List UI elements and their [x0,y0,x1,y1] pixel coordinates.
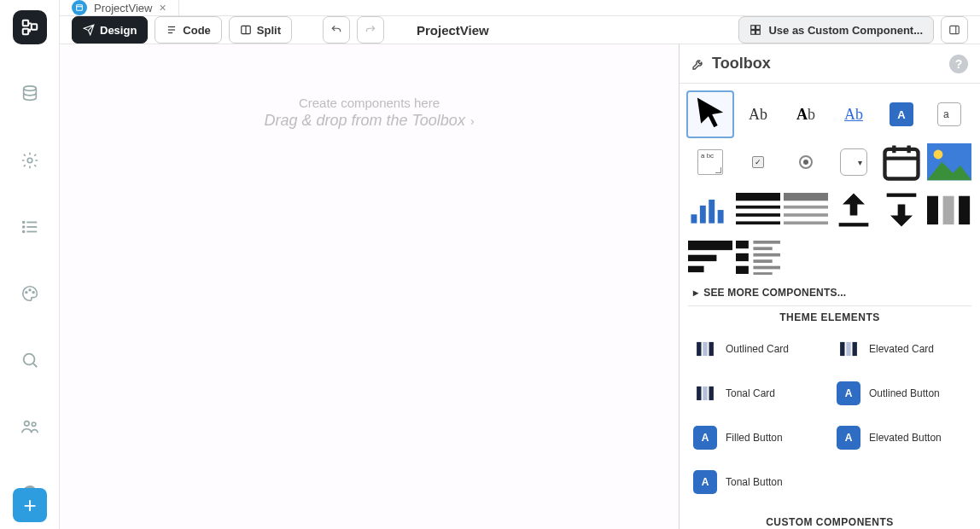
upload-icon [831,188,876,232]
svg-rect-67 [753,265,780,269]
users-icon [20,417,39,436]
rail-theme-icon[interactable] [13,276,47,311]
rail-app-icon[interactable] [13,10,47,44]
svg-rect-63 [736,253,749,260]
component-image[interactable] [927,140,971,184]
theme-elevated-card[interactable]: Elevated Card [833,330,970,368]
svg-rect-49 [784,205,828,208]
form-icon [72,0,87,15]
component-datepicker[interactable] [879,140,924,184]
component-label[interactable]: Ab [736,92,780,137]
component-button[interactable]: A [879,92,924,137]
design-canvas[interactable]: Create components here Drag & drop from … [60,44,680,529]
rail-add-button[interactable]: + [13,488,47,522]
svg-point-11 [25,292,26,294]
component-panel[interactable] [688,235,732,280]
component-link[interactable]: Ab [831,92,876,137]
component-checkbox[interactable] [736,140,780,184]
theme-filled-button[interactable]: A Filled Button [690,419,826,456]
toolbox-help-icon[interactable]: ? [949,55,968,73]
theme-outlined-button[interactable]: A Outlined Button [833,375,970,412]
svg-rect-44 [736,193,780,201]
chart-icon [688,194,732,226]
paper-plane-icon [83,24,95,36]
svg-rect-60 [736,241,749,248]
component-repeating-panel[interactable] [736,235,780,280]
svg-rect-42 [709,200,715,224]
component-columns[interactable] [927,188,971,232]
svg-rect-46 [736,213,780,217]
theme-elevated-button[interactable]: A Elevated Button [833,419,970,456]
toolbox-theme-grid: Outlined Card Elevated Card Tonal Card A [688,327,971,503]
component-plot[interactable] [688,188,732,232]
tab-title: ProjectView [94,2,152,15]
component-dropdown[interactable] [831,140,876,184]
redo-button[interactable] [357,16,384,44]
undo-icon [330,24,342,36]
theme-outlined-card[interactable]: Outlined Card [690,330,826,368]
svg-rect-58 [688,254,716,260]
theme-tonal-card[interactable]: Tonal Card [690,375,826,412]
split-icon [240,24,252,36]
svg-rect-62 [753,247,772,250]
svg-rect-66 [736,265,749,273]
download-icon [879,188,924,232]
component-textbox[interactable]: a [927,92,971,137]
view-code-button[interactable]: Code [155,16,222,44]
component-label-bold[interactable]: Ab [784,92,828,137]
svg-rect-69 [697,342,701,356]
svg-rect-54 [927,195,938,224]
panel-right-icon [948,24,960,36]
svg-rect-48 [784,193,828,201]
tab-projectview[interactable]: ProjectView × [60,0,179,15]
calendar-icon [879,140,924,184]
tab-close-icon[interactable]: × [159,1,166,15]
svg-rect-45 [736,205,780,208]
card-icon [693,381,717,405]
rail-list-icon[interactable] [13,210,47,244]
card-icon [837,337,860,361]
view-split-button[interactable]: Split [229,16,292,44]
toggle-panel-button[interactable] [941,16,968,44]
toolbox-see-more[interactable]: ▸ SEE MORE COMPONENTS... [688,280,971,306]
search-icon [20,351,39,369]
view-design-button[interactable]: Design [72,16,148,44]
svg-point-10 [22,231,24,233]
svg-rect-43 [718,210,724,224]
theme-tonal-button[interactable]: A Tonal Button [690,463,826,501]
component-fileloader[interactable] [831,188,876,232]
svg-point-4 [27,158,32,163]
svg-rect-29 [950,26,960,33]
rail-users-icon[interactable] [13,410,47,444]
svg-rect-56 [959,195,970,224]
chevron-right-icon: ▸ [693,287,698,299]
undo-button[interactable] [323,16,350,44]
component-datagrid[interactable] [736,188,780,232]
rail-search-icon[interactable] [13,343,47,377]
svg-rect-68 [753,272,772,276]
component-textarea[interactable]: a bc [688,140,732,184]
editor-toolbar: Design Code Split ProjectView Use as Cus… [60,16,980,44]
svg-rect-31 [885,149,919,179]
svg-rect-0 [22,20,27,26]
button-icon: A [837,426,860,450]
component-datagrid-alt[interactable] [784,188,828,232]
component-cursor[interactable] [688,92,732,137]
svg-rect-55 [943,195,954,224]
svg-rect-74 [853,342,857,356]
toolbox-section-theme-title: THEME ELEMENTS [688,306,971,327]
component-download[interactable] [879,188,924,232]
use-custom-component-button[interactable]: Use as Custom Component... [738,16,934,44]
svg-rect-57 [688,241,732,250]
card-icon [693,337,717,361]
svg-rect-47 [736,221,780,224]
svg-rect-76 [703,387,707,400]
rail-data-icon[interactable] [13,77,47,111]
svg-rect-64 [753,253,780,256]
data-grid-alt-icon [784,193,828,228]
toolbox-components-grid: Ab Ab Ab A a a bc [688,92,971,280]
button-icon: A [693,470,717,494]
component-radio[interactable] [784,140,828,184]
page-title: ProjectView [417,23,489,38]
rail-settings-icon[interactable] [13,143,47,177]
